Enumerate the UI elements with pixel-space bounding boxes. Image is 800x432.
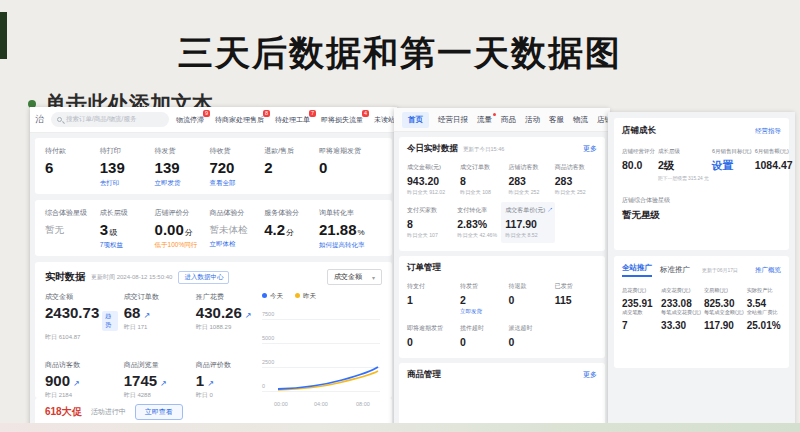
data-center-button[interactable]: 进入数据中心 bbox=[178, 271, 229, 284]
ads-overview-link[interactable]: 推广概览 bbox=[755, 266, 781, 275]
orders-title: 订单管理 bbox=[407, 262, 441, 274]
rt-ad-spend: 推广花费 430.26↗ 昨日 1088.29 bbox=[196, 292, 262, 347]
notification-dot bbox=[493, 113, 496, 116]
om-pickup-timeout: 揽件超时 0 bbox=[460, 324, 505, 348]
sidebar-fragment-label: 治 bbox=[35, 113, 44, 126]
trend-icon[interactable]: ↗ bbox=[143, 311, 150, 320]
badge: 8 bbox=[263, 110, 270, 118]
tab-daily-report[interactable]: 经营日报 bbox=[438, 115, 468, 125]
tab-sitewide-ads[interactable]: 全站推广 bbox=[622, 263, 652, 277]
ads-fee-ratio: 全站推广费比 25.01% bbox=[747, 309, 781, 331]
go-print-link[interactable]: 去打印 bbox=[100, 179, 155, 188]
realtime-updated: 更新时间 2024-08-12 15:50:40 bbox=[91, 273, 172, 282]
om-overdue: 即将逾期发货 0 bbox=[407, 324, 456, 348]
growth-title: 店铺成长 bbox=[622, 125, 656, 137]
stat-to-receive: 待收货 720 查看全部 bbox=[209, 146, 264, 188]
om-shipped: 已发货 115 bbox=[555, 282, 597, 315]
alert-tab-tickets[interactable]: 待处理工单7 bbox=[275, 115, 310, 125]
rights-link[interactable]: 7项权益 bbox=[100, 241, 155, 250]
search-input[interactable]: 搜索订单/商品/物流/服务 bbox=[51, 112, 169, 127]
alert-tabs: 物流停滞9 待商家处理售后8 待处理工单7 即将损失流量4 未读站内信10 bbox=[176, 115, 409, 125]
tab-products[interactable]: 商品 bbox=[501, 115, 516, 125]
trend-icon[interactable]: ↗ bbox=[160, 379, 167, 388]
realtime-card: 实时数据 更新时间 2024-08-12 15:50:40 进入数据中心 成交金… bbox=[35, 262, 392, 398]
chart-lines bbox=[276, 319, 380, 395]
shop-growth-card: 店铺成长 经营指导 店铺经营评分 80.0 成长层级 2级 距下一层级需 315… bbox=[614, 118, 789, 250]
ads-updated: 更新于06月17日 bbox=[702, 267, 738, 273]
ads-total-cost: 总花费(元) 235.91 bbox=[622, 287, 658, 309]
rt-orders: 成交订单数 68↗ 昨日 171 bbox=[124, 292, 190, 347]
improve-cvr-link[interactable]: 如何提高转化率 bbox=[319, 241, 382, 250]
ads-roi: 实际投产比 3.54 bbox=[747, 287, 781, 309]
check-now-link[interactable]: 立即体检 bbox=[209, 240, 264, 249]
realtime-metrics-grid: 成交金额 2430.73趋势 昨日 6104.87 成交订单数 68↗ 昨日 1… bbox=[45, 292, 262, 405]
stat-inquiry-cvr: 询单转化率 21.88% 如何提高转化率 bbox=[319, 208, 382, 250]
metric-select-dropdown[interactable]: 成交金额 ▾ bbox=[327, 269, 382, 285]
left-panel-body: 待付款 6 待打印 139 去打印 待发货 139 立即发货 待收货 720 查… bbox=[30, 133, 397, 431]
ship-now-link[interactable]: 立即发货 bbox=[460, 308, 505, 315]
growth-score: 店铺经营评分 80.0 bbox=[622, 148, 655, 181]
trend-icon[interactable]: ↗ bbox=[245, 311, 252, 320]
today-updated: 更新于今日15:46 bbox=[463, 146, 504, 153]
tab-home[interactable]: 首页 bbox=[402, 112, 429, 128]
today-paying-buyers: 支付买家数 8 昨日全天 107 bbox=[407, 206, 453, 239]
badge: 7 bbox=[309, 110, 316, 118]
today-realtime-card: 今日实时数据 更新于今日15:46 更多 成交金额(元) 943.20 昨日全天… bbox=[399, 137, 605, 251]
right-dashboard-panel: 店铺成长 经营指导 店铺经营评分 80.0 成长层级 2级 距下一层级需 315… bbox=[608, 112, 795, 425]
chart-legend: 今天 昨天 bbox=[262, 292, 382, 301]
below-peers-link[interactable]: 低于100%同行 bbox=[155, 241, 210, 250]
realtime-title: 实时数据 bbox=[45, 270, 85, 284]
tab-logistics[interactable]: 物流 bbox=[573, 115, 588, 125]
product-management-card: 商品管理 更多 bbox=[399, 363, 605, 427]
tab-traffic[interactable]: 流量 bbox=[477, 115, 492, 125]
more-link[interactable]: 更多 bbox=[583, 370, 597, 380]
tab-service[interactable]: 客服 bbox=[549, 115, 564, 125]
more-link[interactable]: 更多 bbox=[583, 144, 597, 154]
left-dashboard-panel: 治 搜索订单/商品/物流/服务 物流停滞9 待商家处理售后8 待处理工单7 即将… bbox=[30, 107, 397, 432]
rt-pageviews: 商品浏览量 1745↗ 昨日 4288 bbox=[124, 360, 190, 405]
ads-card: 全站推广 标准推广 更新于06月17日 推广概览 总花费(元) 235.91 成… bbox=[614, 256, 789, 368]
alert-tab-aftersale[interactable]: 待商家处理售后8 bbox=[215, 115, 264, 125]
ship-now-link[interactable]: 立即发货 bbox=[155, 179, 210, 188]
today-gmv: 成交金额(元) 943.20 昨日全天 912.02 bbox=[407, 163, 456, 196]
trend-icon[interactable]: ↗ bbox=[207, 379, 214, 388]
ads-gmv: 交易额(元) 825.30 bbox=[704, 287, 744, 309]
chevron-down-icon: ▾ bbox=[372, 274, 375, 281]
badge: 9 bbox=[203, 110, 210, 118]
guidance-link[interactable]: 经营指导 bbox=[755, 127, 781, 136]
set-target-link[interactable]: 设置 bbox=[712, 159, 752, 173]
rt-visitors: 商品访客数 900↗ 昨日 2184 bbox=[45, 360, 118, 405]
om-to-ship: 待发货 2 立即发货 bbox=[460, 282, 505, 315]
alert-tab-traffic-loss[interactable]: 即将损失流量4 bbox=[321, 115, 363, 125]
trend-pill[interactable]: 趋势 bbox=[102, 311, 118, 331]
promo-button[interactable]: 立即查看 bbox=[135, 404, 183, 420]
left-topbar: 治 搜索订单/商品/物流/服务 物流停滞9 待商家处理售后8 待处理工单7 即将… bbox=[30, 107, 397, 133]
stat-growth-level: 成长层级 3级 7项权益 bbox=[100, 208, 155, 250]
star-rating-block: 店铺综合体验星级 暂无星级 bbox=[622, 196, 781, 222]
yesterday-legend-dot bbox=[295, 293, 300, 298]
om-refund: 待退款 0 bbox=[508, 282, 550, 315]
ads-gmv-per-deal: 每笔成交金额(元) 117.90 bbox=[704, 309, 744, 331]
trend-icon[interactable]: ↗ bbox=[73, 379, 80, 388]
products-title: 商品管理 bbox=[407, 369, 441, 381]
view-all-link[interactable]: 查看全部 bbox=[209, 179, 264, 188]
slide-bottom-decoration bbox=[0, 423, 800, 432]
trend-icon: ↗ bbox=[547, 207, 553, 213]
today-orders: 成交订单数 8 昨日全天 108 bbox=[460, 163, 505, 196]
growth-level: 成长层级 2级 距下一层级需 315.24 元 bbox=[658, 148, 709, 181]
om-delivery-timeout: 派送超时 0 bbox=[508, 324, 550, 348]
sales-target: 6月销售目标(元) 设置 bbox=[712, 148, 752, 181]
search-icon bbox=[57, 117, 62, 122]
stat-pending-payment: 待付款 6 bbox=[45, 146, 100, 188]
tab-standard-ads[interactable]: 标准推广 bbox=[660, 265, 690, 275]
stat-overdue-ship: 即将逾期发货 0 bbox=[319, 146, 382, 188]
tab-activities[interactable]: 活动 bbox=[525, 115, 540, 125]
stat-product-exp: 商品体验分 暂未体检 立即体检 bbox=[209, 208, 264, 250]
order-management-card: 订单管理 待支付 1 待发货 2 立即发货 待退款 0 已发货 115 即 bbox=[399, 256, 605, 358]
ads-deal-count: 成交笔数 7 bbox=[622, 309, 658, 331]
order-stats-card: 待付款 6 待打印 139 去打印 待发货 139 立即发货 待收货 720 查… bbox=[35, 138, 392, 194]
rt-gmv: 成交金额 2430.73趋势 昨日 6104.87 bbox=[45, 292, 118, 347]
stat-refund: 退款/售后 2 bbox=[264, 146, 319, 188]
experience-stats-card: 综合体验星级 暂无 成长层级 3级 7项权益 店铺评价分 0.00分 低于100… bbox=[35, 200, 392, 256]
alert-tab-logistics[interactable]: 物流停滞9 bbox=[176, 115, 204, 125]
